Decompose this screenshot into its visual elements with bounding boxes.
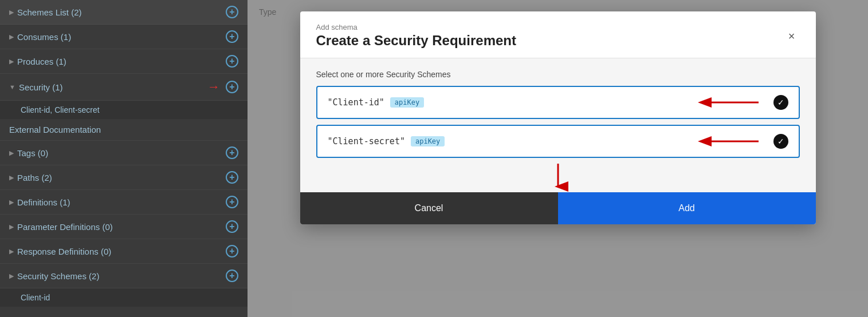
sidebar-child-client-id[interactable]: Client-id	[0, 288, 248, 307]
modal-close-button[interactable]: ×	[784, 28, 800, 44]
modal-overlay: Add schema Create a Security Requirement…	[248, 0, 868, 317]
add-security-button[interactable]: +	[226, 81, 238, 93]
chevron-right-icon: ▶	[9, 149, 14, 157]
sidebar-item-parameter-definitions[interactable]: ▶ Parameter Definitions (0) +	[0, 215, 248, 239]
scheme1-check: ✓	[773, 95, 788, 110]
add-response-definitions-button[interactable]: +	[226, 245, 238, 257]
add-consumes-button[interactable]: +	[226, 30, 238, 43]
scheme1-badge: apiKey	[390, 97, 424, 108]
modal-header: Add schema Create a Security Requirement…	[300, 11, 816, 49]
red-arrow-annotation: →	[207, 80, 220, 94]
add-schema-modal: Add schema Create a Security Requirement…	[300, 11, 816, 224]
sidebar-item-produces[interactable]: ▶ Produces (1) +	[0, 49, 248, 74]
sidebar: ▶ Schemes List (2) + ▶ Consumes (1) + ▶ …	[0, 0, 248, 317]
sidebar-item-security-schemes[interactable]: ▶ Security Schemes (2) +	[0, 264, 248, 288]
main-area: Type Add schema Create a Security Requir…	[248, 0, 868, 317]
chevron-right-icon: ▶	[9, 199, 14, 206]
modal-body: Select one or more Security Schemes "Cli…	[300, 58, 816, 192]
scheme-row-client-id[interactable]: "Client-id" apiKey ✓	[316, 86, 800, 119]
sidebar-item-tags[interactable]: ▶ Tags (0) +	[0, 141, 248, 165]
select-label: Select one or more Security Schemes	[316, 70, 800, 79]
chevron-right-icon: ▶	[9, 33, 14, 41]
add-schemes-list-button[interactable]: +	[226, 6, 238, 18]
chevron-right-icon: ▶	[9, 223, 14, 231]
chevron-right-icon: ▶	[9, 174, 14, 181]
scheme1-name: "Client-id"	[328, 97, 384, 108]
sidebar-item-security[interactable]: ▼ Security (1) → +	[0, 74, 248, 101]
cancel-button[interactable]: Cancel	[300, 192, 558, 224]
chevron-right-icon: ▶	[9, 9, 14, 16]
red-arrow-down	[547, 164, 569, 192]
chevron-right-icon: ▶	[9, 272, 14, 280]
modal-subtitle: Add schema	[316, 23, 516, 31]
chevron-right-icon: ▶	[9, 58, 14, 65]
red-arrow-2	[696, 133, 764, 150]
sidebar-item-external-docs[interactable]: External Documentation	[0, 119, 248, 141]
sidebar-item-consumes[interactable]: ▶ Consumes (1) +	[0, 25, 248, 49]
chevron-down-icon: ▼	[9, 84, 15, 90]
scheme2-name: "Client-secret"	[328, 136, 405, 146]
sidebar-item-paths[interactable]: ▶ Paths (2) +	[0, 165, 248, 190]
add-security-schemes-button[interactable]: +	[226, 270, 238, 282]
add-produces-button[interactable]: +	[226, 55, 238, 68]
modal-title: Create a Security Requirement	[316, 33, 516, 49]
scheme2-badge: apiKey	[411, 136, 445, 146]
sidebar-item-definitions[interactable]: ▶ Definitions (1) +	[0, 190, 248, 215]
sidebar-item-response-definitions[interactable]: ▶ Response Definitions (0) +	[0, 239, 248, 264]
add-button[interactable]: Add	[558, 192, 816, 224]
add-paths-button[interactable]: +	[226, 171, 238, 184]
chevron-right-icon: ▶	[9, 248, 14, 255]
add-parameter-definitions-button[interactable]: +	[226, 220, 238, 233]
scheme-row-client-secret[interactable]: "Client-secret" apiKey ✓	[316, 125, 800, 158]
add-definitions-button[interactable]: +	[226, 196, 238, 208]
scheme2-check: ✓	[773, 134, 788, 149]
red-arrow-1	[696, 94, 764, 111]
modal-footer: Cancel Add	[300, 192, 816, 224]
sidebar-child-client-id-secret[interactable]: Client-id, Client-secret	[0, 101, 248, 119]
add-tags-button[interactable]: +	[226, 146, 238, 159]
sidebar-item-schemes-list[interactable]: ▶ Schemes List (2) +	[0, 0, 248, 25]
